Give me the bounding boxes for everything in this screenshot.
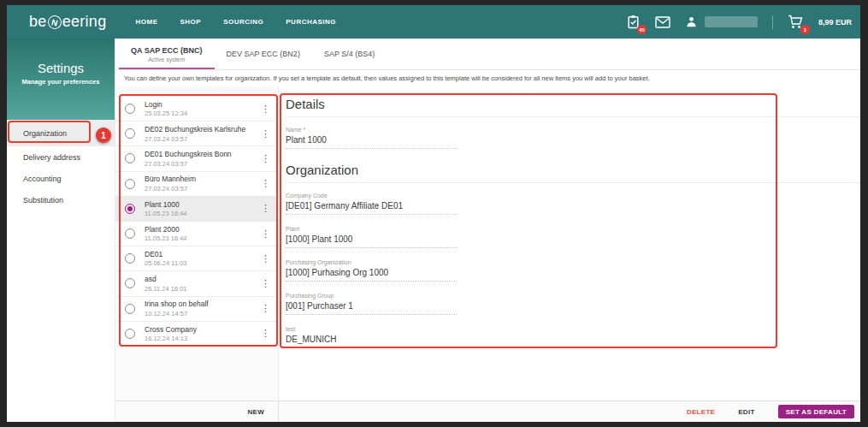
template-row[interactable]: Büro Mannheim 27.03.24 03:57 ⋮ — [115, 172, 278, 197]
user-name-redacted — [705, 16, 758, 27]
page-title: Settings — [7, 61, 115, 75]
template-name: Login — [145, 100, 187, 109]
template-date: 27.03.24 03:57 — [145, 185, 196, 193]
settings-sidebar: Settings Manage your preferences Organiz… — [7, 39, 115, 422]
row-menu-icon[interactable]: ⋮ — [261, 254, 270, 264]
template-date: 26.11.24 16:01 — [145, 285, 187, 293]
template-radio[interactable] — [125, 253, 135, 264]
main-menu: HOMESHOPSOURCINGPURCHASING — [135, 18, 336, 26]
system-tab[interactable]: QA SAP ECC (BNC) Active system — [119, 39, 215, 69]
cart-total: 8,99 EUR — [818, 18, 852, 27]
field-label: Company Code — [286, 193, 860, 199]
template-date: 16.12.24 14:13 — [145, 335, 197, 342]
template-radio[interactable] — [125, 179, 135, 189]
template-list: Login 25.03.25 12:34 ⋮ DE02 Buchungskrei… — [115, 96, 278, 347]
row-menu-icon[interactable]: ⋮ — [261, 129, 270, 139]
new-button[interactable]: NEW — [247, 408, 264, 416]
main-content: QA SAP ECC (BNC) Active system DEV SAP E… — [115, 39, 860, 422]
sidebar-item[interactable]: Organization — [7, 120, 115, 146]
template-date: 27.03.24 03:57 — [145, 135, 245, 143]
org-field: Company Code [DE01] Germany Affiliate DE… — [286, 193, 860, 215]
sidebar-nav: OrganizationDelivery addressAccountingSu… — [7, 120, 115, 211]
envelope-icon — [655, 16, 670, 28]
sidebar-header: Settings Manage your preferences — [7, 39, 115, 120]
organization-heading: Organization — [286, 163, 860, 183]
template-row[interactable]: Cross Company 16.12.24 14:13 ⋮ — [115, 322, 278, 347]
tab-subtitle: Active system — [148, 56, 185, 62]
template-name: Irina shop on behalf — [145, 299, 209, 308]
messages-button[interactable] — [655, 16, 670, 28]
template-name: DE01 — [145, 250, 187, 258]
beneering-logo[interactable]: beNeering — [29, 13, 106, 31]
row-menu-icon[interactable]: ⋮ — [261, 329, 270, 338]
sidebar-item[interactable]: Substitution — [7, 189, 115, 211]
template-radio[interactable] — [125, 104, 135, 114]
template-row[interactable]: DE02 Buchungskreis Karlsruhe 27.03.24 03… — [115, 122, 278, 146]
template-radio[interactable] — [125, 153, 135, 163]
top-navbar: beNeering HOMESHOPSOURCINGPURCHASING 45 … — [7, 5, 860, 39]
template-row[interactable]: Plant 1000 11.05.23 16:44 ⋮ — [115, 197, 278, 222]
template-date: 05.06.24 11:03 — [145, 259, 187, 267]
row-menu-icon[interactable]: ⋮ — [261, 279, 270, 288]
template-row[interactable]: Irina shop on behalf 10.12.24 14:57 ⋮ — [115, 297, 278, 322]
tasks-button[interactable]: 45 — [626, 15, 641, 29]
templates-panels: Login 25.03.25 12:34 ⋮ DE02 Buchungskrei… — [115, 86, 860, 400]
system-tabs: QA SAP ECC (BNC) Active system DEV SAP E… — [115, 39, 860, 70]
menu-item[interactable]: SHOP — [180, 18, 201, 26]
menu-item[interactable]: HOME — [135, 18, 157, 26]
organization-fields: Company Code [DE01] Germany Affiliate DE… — [286, 193, 860, 348]
template-radio[interactable] — [125, 204, 135, 214]
template-radio[interactable] — [125, 278, 135, 288]
template-row[interactable]: DE01 05.06.24 11:03 ⋮ — [115, 246, 278, 271]
template-name: Plant 1000 — [145, 200, 187, 209]
template-name: DE02 Buchungskreis Karlsruhe — [145, 125, 245, 133]
template-date: 10.12.24 14:57 — [145, 310, 209, 317]
template-row[interactable]: Plant 2000 11.05.23 16:44 ⋮ — [115, 222, 278, 246]
system-tab[interactable]: SAP S/4 (BS4) — [312, 39, 387, 69]
template-date: 27.03.24 03:57 — [145, 160, 232, 168]
row-menu-icon[interactable]: ⋮ — [261, 154, 270, 163]
edit-button[interactable]: EDIT — [738, 408, 754, 416]
template-radio[interactable] — [125, 329, 135, 339]
template-radio[interactable] — [125, 128, 135, 139]
menu-item[interactable]: PURCHASING — [286, 18, 336, 26]
template-name: asd — [145, 275, 187, 283]
row-menu-icon[interactable]: ⋮ — [261, 304, 270, 313]
set-as-default-button[interactable]: SET AS DEFAULT — [778, 405, 854, 418]
org-field: test DE_MUNICH — [286, 326, 860, 348]
field-value: [1000] Purhasing Org 1000 — [286, 268, 457, 282]
sidebar-item[interactable]: Accounting — [7, 168, 115, 189]
row-menu-icon[interactable]: ⋮ — [261, 229, 270, 239]
name-label: Name * — [286, 127, 860, 133]
field-label: Plant — [286, 226, 860, 232]
row-menu-icon[interactable]: ⋮ — [261, 104, 270, 114]
field-value: [1000] Plant 1000 — [286, 234, 457, 248]
system-tab[interactable]: DEV SAP ECC (BN2) — [215, 39, 312, 69]
row-menu-icon[interactable]: ⋮ — [261, 204, 270, 213]
templates-description: You can define your own templates for or… — [115, 70, 860, 86]
template-radio[interactable] — [125, 228, 135, 239]
row-menu-icon[interactable]: ⋮ — [261, 179, 270, 188]
delete-button[interactable]: DELETE — [687, 408, 715, 416]
template-radio[interactable] — [125, 304, 135, 314]
template-row[interactable]: asd 26.11.24 16:01 ⋮ — [115, 271, 278, 296]
field-label: Purchasing Organization — [286, 259, 860, 265]
template-details-panel: Details Name * Plant 1000 Organization C… — [279, 86, 860, 400]
navbar-divider — [772, 15, 773, 29]
footer-list-section: NEW — [115, 401, 279, 422]
sidebar-item[interactable]: Delivery address — [7, 146, 115, 168]
cart-button[interactable]: 1 — [788, 15, 804, 29]
org-field: Purchasing Organization [1000] Purhasing… — [286, 259, 860, 282]
field-value: [001] Purchaser 1 — [286, 301, 457, 315]
field-label: Purchasing Group — [286, 293, 860, 299]
user-account-button[interactable] — [685, 15, 758, 28]
template-name: Cross Company — [145, 325, 197, 334]
template-row[interactable]: DE01 Buchungskreis Bonn 27.03.24 03:57 ⋮ — [115, 146, 278, 171]
field-value: [DE01] Germany Affiliate DE01 — [286, 201, 457, 215]
tab-label: SAP S/4 (BS4) — [324, 50, 375, 58]
navbar-right: 45 1 8,99 EUR — [626, 15, 852, 29]
cart-badge: 1 — [800, 25, 810, 34]
logo-text: eering — [62, 13, 107, 31]
menu-item[interactable]: SOURCING — [223, 18, 263, 26]
template-row[interactable]: Login 25.03.25 12:34 ⋮ — [115, 97, 278, 122]
